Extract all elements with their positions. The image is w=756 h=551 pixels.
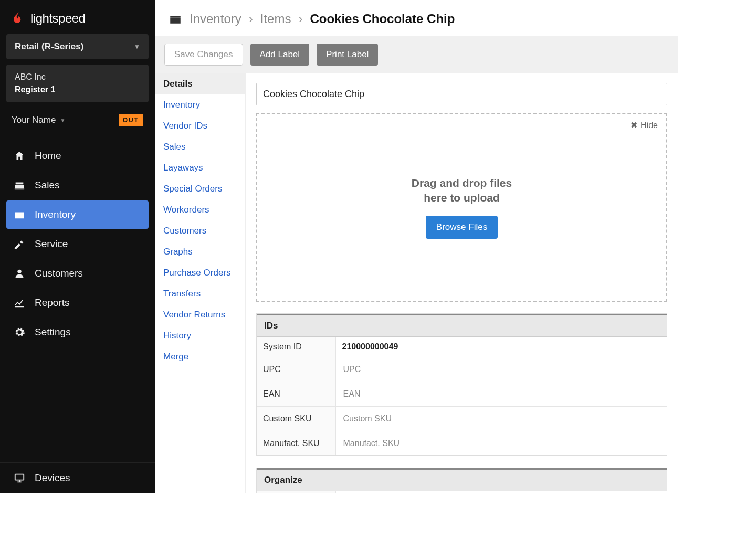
browse-files-button[interactable]: Browse Files <box>426 216 498 239</box>
product-picker-label: Retail (R-Series) <box>15 41 83 52</box>
register-icon <box>14 179 25 191</box>
row-ean: EAN <box>257 382 667 407</box>
hammer-icon <box>14 238 25 250</box>
row-upc: UPC <box>257 357 667 382</box>
subnav-vendor-returns[interactable]: Vendor Returns <box>155 304 245 325</box>
monitor-icon <box>14 472 25 484</box>
nav-label: Service <box>35 238 68 250</box>
row-system-id: System ID 210000000049 <box>257 337 667 357</box>
nav-label: Devices <box>35 472 70 484</box>
ids-panel: IDs System ID 210000000049 UPC EAN <box>256 313 667 456</box>
row-custom-sku: Custom SKU <box>257 407 667 431</box>
chevron-right-icon: › <box>298 12 302 26</box>
nav-label: Inventory <box>35 209 76 220</box>
subnav-sales[interactable]: Sales <box>155 136 245 157</box>
organize-panel-header: Organize <box>257 468 667 491</box>
caret-down-icon: ▼ <box>134 43 140 50</box>
row-manufact-sku: Manufact. SKU <box>257 431 667 456</box>
box-icon <box>169 13 182 25</box>
company-name: ABC Inc <box>15 71 140 83</box>
nav-label: Settings <box>35 326 71 338</box>
subnav-customers[interactable]: Customers <box>155 220 245 241</box>
subnav-merge[interactable]: Merge <box>155 346 245 367</box>
item-title-input[interactable] <box>256 83 667 105</box>
label: Custom SKU <box>257 407 335 431</box>
label: UPC <box>257 357 335 382</box>
close-icon: ✖ <box>631 120 637 130</box>
action-bar: Save Changes Add Label Print Label <box>155 36 678 73</box>
hide-label: Hide <box>640 121 658 130</box>
nav-customers[interactable]: Customers <box>6 259 149 288</box>
nav-reports[interactable]: Reports <box>6 289 149 317</box>
label: System ID <box>257 337 335 357</box>
subnav-transfers[interactable]: Transfers <box>155 283 245 304</box>
user-name-label: Your Name <box>12 115 56 125</box>
nav-settings[interactable]: Settings <box>6 318 149 346</box>
manufact-sku-input[interactable] <box>342 437 661 450</box>
register-name: Register 1 <box>15 83 140 96</box>
flame-icon <box>12 10 25 26</box>
nav-service[interactable]: Service <box>6 230 149 258</box>
location-box[interactable]: ABC Inc Register 1 <box>6 65 149 102</box>
subnav-special-orders[interactable]: Special Orders <box>155 178 245 199</box>
nav-home[interactable]: Home <box>6 142 149 170</box>
user-icon <box>14 268 25 279</box>
divider <box>0 135 155 135</box>
subnav-inventory[interactable]: Inventory <box>155 94 245 115</box>
label: EAN <box>257 382 335 407</box>
hide-dropzone-button[interactable]: ✖ Hide <box>631 120 658 130</box>
subnav-history[interactable]: History <box>155 325 245 346</box>
image-dropzone[interactable]: ✖ Hide Drag and drop files here to uploa… <box>256 113 667 302</box>
dropzone-text: Drag and drop files here to upload <box>412 176 512 206</box>
add-label-button[interactable]: Add Label <box>250 44 310 66</box>
nav-inventory[interactable]: Inventory <box>6 200 149 229</box>
brand-logo: lightspeed <box>0 0 155 34</box>
print-label-button[interactable]: Print Label <box>317 44 378 66</box>
custom-sku-input[interactable] <box>342 412 661 426</box>
user-menu[interactable]: Your Name ▼ <box>12 115 65 125</box>
nav-sales[interactable]: Sales <box>6 171 149 199</box>
product-picker[interactable]: Retail (R-Series) ▼ <box>6 34 149 59</box>
breadcrumb-current: Cookies Chocolate Chip <box>310 12 455 26</box>
chart-icon <box>14 297 25 309</box>
box-icon <box>14 209 25 220</box>
item-subnav: Details Inventory Vendor IDs Sales Layaw… <box>155 73 246 493</box>
nav-label: Home <box>35 150 61 162</box>
label: Category <box>257 491 335 493</box>
organize-panel: Organize Category Pastry Brand <box>256 468 667 493</box>
chevron-right-icon: › <box>249 12 253 26</box>
subnav-purchase-orders[interactable]: Purchase Orders <box>155 262 245 283</box>
gear-icon <box>14 326 25 338</box>
ids-panel-header: IDs <box>257 314 667 337</box>
label: Manufact. SKU <box>257 431 335 456</box>
nav-label: Sales <box>35 179 60 191</box>
brand-name: lightspeed <box>30 11 85 26</box>
subnav-workorders[interactable]: Workorders <box>155 199 245 220</box>
breadcrumb-root[interactable]: Inventory <box>190 12 242 26</box>
home-icon <box>14 150 25 162</box>
upc-input[interactable] <box>342 363 661 376</box>
breadcrumb: Inventory › Items › Cookies Chocolate Ch… <box>155 0 678 36</box>
nav-label: Reports <box>35 297 70 309</box>
subnav-graphs[interactable]: Graphs <box>155 241 245 262</box>
nav-devices[interactable]: Devices <box>0 462 155 493</box>
subnav-layaways[interactable]: Layaways <box>155 157 245 178</box>
row-category: Category Pastry <box>257 491 667 493</box>
svg-rect-1 <box>15 474 24 480</box>
subnav-vendor-ids[interactable]: Vendor IDs <box>155 115 245 136</box>
caret-down-icon: ▼ <box>60 118 65 123</box>
clock-status-badge[interactable]: OUT <box>119 114 143 126</box>
ean-input[interactable] <box>342 387 661 401</box>
svg-point-0 <box>17 270 21 273</box>
breadcrumb-parent[interactable]: Items <box>260 12 291 26</box>
value: 210000000049 <box>335 337 667 357</box>
save-button: Save Changes <box>164 44 243 66</box>
nav-label: Customers <box>35 268 83 279</box>
subnav-details[interactable]: Details <box>155 73 245 94</box>
